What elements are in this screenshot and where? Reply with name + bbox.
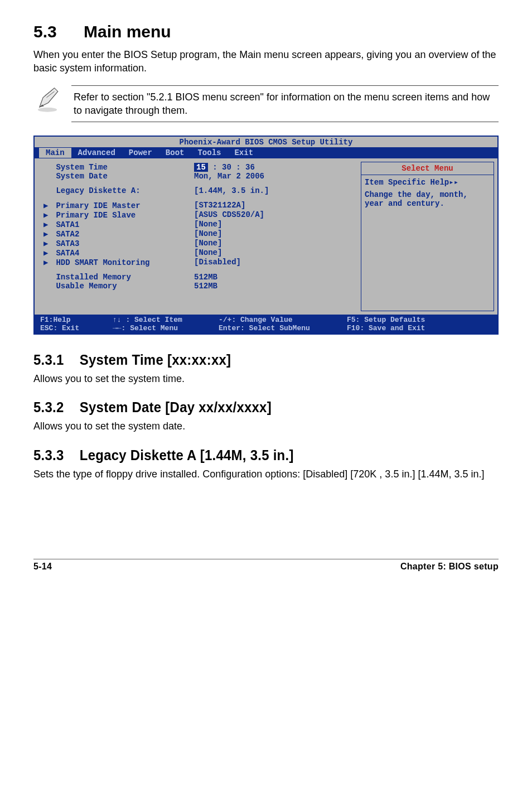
bios-key-select-menu: →←: Select Menu xyxy=(113,324,219,332)
bios-row-label: ▶ SATA3 xyxy=(43,239,194,248)
submenu-arrow-icon: ▶ xyxy=(43,210,51,220)
spacer xyxy=(43,267,355,273)
note-callout: Refer to section "5.2.1 BIOS menu screen… xyxy=(33,85,499,123)
bios-row-label: ▶ HDD SMART Monitoring xyxy=(43,258,194,267)
bios-help-title: Select Menu xyxy=(361,162,494,175)
bios-row-value: 512MB xyxy=(194,282,355,291)
bios-row-label: Legacy Diskette A: xyxy=(43,186,194,195)
page-number: 5-14 xyxy=(33,562,52,572)
bios-row-value: [None] xyxy=(194,239,355,248)
bios-row[interactable]: System DateMon, Mar 2 2006 xyxy=(43,172,355,181)
subsection-body: Allows you to set the system date. xyxy=(33,419,499,433)
chapter-label: Chapter 5: BIOS setup xyxy=(400,562,499,572)
bios-key-help: F1:Help xyxy=(40,316,113,324)
bios-row-label: System Date xyxy=(43,172,194,181)
bios-row[interactable]: System Time15 : 30 : 36 xyxy=(43,163,355,172)
bios-tab-power[interactable]: Power xyxy=(122,148,159,158)
submenu-arrow-icon: ▶ xyxy=(43,258,51,267)
bios-row-label: ▶ SATA4 xyxy=(43,248,194,258)
bios-row[interactable]: ▶ Primary IDE Master[ST321122A] xyxy=(43,201,355,210)
subsection-number: 5.3.3 xyxy=(33,447,80,464)
section-title-text: Main menu xyxy=(84,22,171,41)
bios-key-exit: ESC: Exit xyxy=(40,324,113,332)
bios-row-value: [Disabled] xyxy=(194,258,355,267)
bios-footer: F1:Help ESC: Exit ↑↓ : Select Item →←: S… xyxy=(35,315,497,334)
bios-row[interactable]: ▶ SATA1[None] xyxy=(43,220,355,229)
bios-row[interactable]: ▶ Primary IDE Slave[ASUS CDS520/A] xyxy=(43,210,355,220)
subsection-number: 5.3.1 xyxy=(33,351,80,369)
bios-help-panel: Select Menu Item Specific Help▸▸ Change … xyxy=(361,158,497,315)
spacer xyxy=(43,181,355,186)
section-intro: When you enter the BIOS Setup program, t… xyxy=(33,48,499,75)
bios-row-value: 15 : 30 : 36 xyxy=(194,163,355,172)
bios-row-value: [1.44M, 3.5 in.] xyxy=(194,186,355,195)
bios-tab-exit[interactable]: Exit xyxy=(228,148,260,158)
bios-key-select-submenu: Enter: Select SubMenu xyxy=(219,324,347,332)
bios-row-value: Mon, Mar 2 2006 xyxy=(194,172,355,181)
note-text: Refer to section "5.2.1 BIOS menu screen… xyxy=(71,85,499,123)
bios-help-text: Change the day, month, year and century. xyxy=(365,190,490,208)
bios-row-label: System Time xyxy=(43,163,194,172)
bios-help-item-specific: Item Specific Help▸▸ xyxy=(365,177,490,187)
subsection-number: 5.3.2 xyxy=(33,399,80,416)
bios-tab-advanced[interactable]: Advanced xyxy=(71,148,122,158)
bios-row[interactable]: ▶ SATA4[None] xyxy=(43,248,355,258)
subsection-heading: 5.3.1System Time [xx:xx:xx] xyxy=(33,351,461,369)
bios-row-value: [None] xyxy=(194,248,355,258)
bios-row[interactable]: Installed Memory512MB xyxy=(43,273,355,282)
bios-key-defaults: F5: Setup Defaults xyxy=(347,316,492,324)
bios-utility-title: Phoenix-Award BIOS CMOS Setup Utility xyxy=(35,137,497,147)
bios-screenshot: Phoenix-Award BIOS CMOS Setup Utility Ma… xyxy=(33,136,499,335)
pencil-icon xyxy=(33,85,61,115)
subsection-heading: 5.3.2System Date [Day xx/xx/xxxx] xyxy=(33,399,461,416)
bios-row[interactable]: ▶ SATA3[None] xyxy=(43,239,355,248)
subsection-title: System Time [xx:xx:xx] xyxy=(80,351,231,368)
subsection-title: System Date [Day xx/xx/xxxx] xyxy=(80,399,272,416)
svg-point-0 xyxy=(38,107,57,112)
bios-key-change-value: -/+: Change Value xyxy=(219,316,347,324)
subsection-heading: 5.3.3Legacy Diskette A [1.44M, 3.5 in.] xyxy=(33,447,461,464)
submenu-arrow-icon: ▶ xyxy=(43,248,51,258)
bios-row[interactable]: ▶ HDD SMART Monitoring[Disabled] xyxy=(43,258,355,267)
bios-row-value: [ASUS CDS520/A] xyxy=(194,210,355,220)
bios-row[interactable]: Usable Memory512MB xyxy=(43,282,355,291)
submenu-arrow-icon: ▶ xyxy=(43,239,51,248)
svg-marker-1 xyxy=(40,88,58,107)
bios-key-save-exit: F10: Save and Exit xyxy=(347,324,492,332)
submenu-arrow-icon: ▶ xyxy=(43,229,51,239)
bios-row-label: ▶ Primary IDE Master xyxy=(43,201,194,210)
subsection-body: Sets the type of floppy drive installed.… xyxy=(33,467,499,481)
bios-row[interactable]: ▶ SATA2[None] xyxy=(43,229,355,239)
bios-row-value: [None] xyxy=(194,220,355,229)
spacer xyxy=(43,195,355,201)
bios-row-label: ▶ SATA2 xyxy=(43,229,194,239)
bios-row-label: ▶ SATA1 xyxy=(43,220,194,229)
submenu-arrow-icon: ▶ xyxy=(43,201,51,210)
subsection-title: Legacy Diskette A [1.44M, 3.5 in.] xyxy=(80,447,294,463)
bios-time-selected-segment[interactable]: 15 xyxy=(194,163,208,172)
submenu-arrow-icon: ▶ xyxy=(43,220,51,229)
bios-row[interactable]: Legacy Diskette A:[1.44M, 3.5 in.] xyxy=(43,186,355,195)
bios-main-panel: System Time15 : 30 : 36 System DateMon, … xyxy=(35,158,361,315)
page-footer: 5-14 Chapter 5: BIOS setup xyxy=(33,559,499,572)
bios-row-value: [None] xyxy=(194,229,355,239)
bios-row-label: Installed Memory xyxy=(43,273,194,282)
bios-row-label: Usable Memory xyxy=(43,282,194,291)
bios-tab-boot[interactable]: Boot xyxy=(159,148,191,158)
subsection-body: Allows you to set the system time. xyxy=(33,372,499,385)
bios-tab-main[interactable]: Main xyxy=(39,148,71,158)
bios-menu-tabs: MainAdvancedPowerBootToolsExit xyxy=(35,147,497,158)
bios-key-select-item: ↑↓ : Select Item xyxy=(113,316,219,324)
section-heading: 5.3Main menu xyxy=(33,22,499,41)
section-number: 5.3 xyxy=(33,22,84,41)
bios-tab-tools[interactable]: Tools xyxy=(191,148,228,158)
bios-row-label: ▶ Primary IDE Slave xyxy=(43,210,194,220)
bios-row-value: [ST321122A] xyxy=(194,201,355,210)
bios-row-value: 512MB xyxy=(194,273,355,282)
